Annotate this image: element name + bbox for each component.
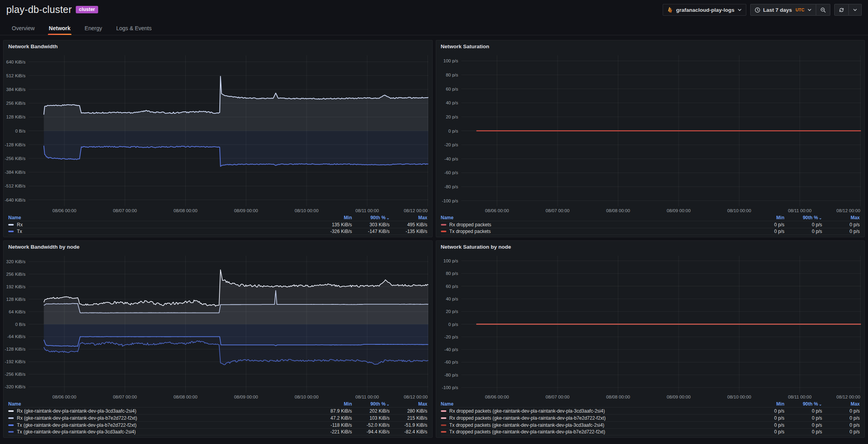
legend-name-column-header[interactable]: Name	[441, 401, 747, 407]
legend-series-name[interactable]: Tx dropped packets (gke-raintank-dev-pla…	[441, 422, 747, 428]
sort-desc-icon: ⌄	[819, 216, 822, 220]
refresh-interval-dropdown[interactable]	[849, 4, 862, 16]
legend-value: 87.9 KiB/s	[314, 408, 352, 414]
legend-series-swatch[interactable]	[8, 224, 14, 226]
legend-series-name[interactable]: Rx dropped packets (gke-raintank-dev-pla…	[441, 415, 747, 421]
tab-energy[interactable]: Energy	[79, 22, 108, 35]
tab-network[interactable]: Network	[43, 22, 76, 35]
legend-column-header[interactable]: Min	[747, 215, 784, 220]
x-axis-label: 08/10 00:00	[727, 395, 751, 399]
chart-svg[interactable]: 100 p/s80 p/s60 p/s40 p/s20 p/s0 p/s-20 …	[436, 51, 865, 214]
legend-row: Tx-326 KiB/s-147 KiB/s-135 KiB/s	[8, 228, 428, 235]
refresh-button[interactable]	[834, 4, 849, 16]
legend-series-name[interactable]: Tx (gke-raintank-dev-pla-raintank-dev-pl…	[8, 422, 314, 428]
legend-header: NameMin90th %⌄Max	[441, 400, 860, 407]
legend-series-swatch[interactable]	[441, 231, 446, 232]
legend-series-name[interactable]: Rx (gke-raintank-dev-pla-raintank-dev-pl…	[8, 408, 314, 414]
legend-header: NameMin90th %⌄Max	[8, 400, 428, 407]
y-axis-label: 60 p/s	[446, 87, 458, 91]
legend-name-column-header[interactable]: Name	[8, 215, 314, 220]
y-axis-label: 100 p/s	[443, 58, 458, 63]
legend-column-header[interactable]: 90th %⌄	[352, 215, 390, 220]
legend-column-header[interactable]: Max	[390, 401, 428, 407]
legend-series-swatch[interactable]	[441, 424, 446, 426]
x-axis-label: 08/07 00:00	[545, 208, 569, 213]
x-axis-label: 08/10 00:00	[727, 208, 751, 213]
legend-value: 0 p/s	[747, 429, 784, 435]
y-axis-label: -64 KiB/s	[7, 334, 26, 339]
y-axis-label: -20 p/s	[444, 335, 458, 339]
legend-series-name[interactable]: Rx	[8, 222, 314, 227]
legend-value: 0 p/s	[822, 422, 860, 428]
time-range-picker[interactable]: Last 7 days UTC	[750, 4, 816, 16]
y-axis-label: 384 KiB/s	[6, 87, 26, 92]
y-axis-label: 320 KiB/s	[6, 259, 26, 264]
panel-title[interactable]: Network Bandwidth by node	[4, 241, 432, 252]
legend-series-name[interactable]: Tx dropped packets	[441, 229, 747, 234]
legend-series-swatch[interactable]	[8, 417, 14, 419]
tab-logs-events[interactable]: Logs & Events	[111, 22, 157, 35]
chart-canvas[interactable]: 320 KiB/s256 KiB/s192 KiB/s128 KiB/s64 K…	[4, 252, 432, 400]
legend-column-header[interactable]: 90th %⌄	[352, 401, 390, 407]
legend-series-swatch[interactable]	[8, 410, 14, 412]
legend-series-name[interactable]: Tx	[8, 229, 314, 234]
x-axis-label: 08/08 00:00	[606, 208, 630, 213]
cluster-tag-badge[interactable]: cluster	[76, 6, 98, 13]
legend-value: 0 p/s	[747, 415, 784, 421]
legend-column-header[interactable]: Min	[314, 215, 352, 220]
legend-row: Rx135 KiB/s303 KiB/s495 KiB/s	[8, 221, 428, 228]
tab-overview[interactable]: Overview	[6, 22, 40, 35]
legend-series-name[interactable]: Tx dropped packets (gke-raintank-dev-pla…	[441, 429, 747, 435]
x-axis-label: 08/11 00:00	[788, 208, 811, 213]
legend-column-header[interactable]: Min	[314, 401, 352, 407]
loki-logo-icon	[667, 7, 673, 13]
panel-title[interactable]: Network Bandwidth	[4, 40, 432, 51]
legend-series-swatch[interactable]	[441, 417, 446, 419]
y-axis-label: 128 KiB/s	[6, 297, 26, 302]
datasource-picker[interactable]: grafanacloud-play-logs	[663, 4, 746, 16]
legend-series-swatch[interactable]	[8, 431, 14, 433]
y-axis-label: 0 p/s	[448, 129, 458, 133]
x-axis-label: 08/10 00:00	[295, 395, 319, 399]
chart-canvas[interactable]: 100 p/s80 p/s60 p/s40 p/s20 p/s0 p/s-20 …	[436, 252, 865, 400]
legend-column-header[interactable]: Max	[390, 215, 428, 220]
y-axis-label: -40 p/s	[444, 347, 458, 352]
zoom-out-time-button[interactable]	[816, 4, 830, 16]
legend-column-header[interactable]: Max	[822, 215, 860, 220]
y-axis-label: 0 B/s	[15, 129, 26, 133]
x-axis-label: 08/06 00:00	[485, 208, 509, 213]
legend-column-header[interactable]: 90th %⌄	[784, 215, 822, 220]
legend-series-swatch[interactable]	[8, 231, 14, 232]
chart-svg[interactable]: 640 KiB/s512 KiB/s384 KiB/s256 KiB/s128 …	[4, 51, 432, 214]
y-axis-label: 128 KiB/s	[6, 115, 26, 119]
panel-title[interactable]: Network Saturation	[436, 40, 865, 51]
panel-title[interactable]: Network Saturation by node	[436, 241, 865, 252]
legend-series-swatch[interactable]	[441, 224, 446, 226]
chart-canvas[interactable]: 100 p/s80 p/s60 p/s40 p/s20 p/s0 p/s-20 …	[436, 51, 865, 214]
y-axis-label: 60 p/s	[446, 284, 458, 289]
chart-svg[interactable]: 100 p/s80 p/s60 p/s40 p/s20 p/s0 p/s-20 …	[436, 252, 865, 400]
chevron-down-icon	[853, 7, 857, 12]
legend-column-header[interactable]: 90th %⌄	[784, 401, 822, 407]
legend-row: Tx dropped packets (gke-raintank-dev-pla…	[441, 421, 860, 428]
legend-name-column-header[interactable]: Name	[8, 401, 314, 407]
legend-value: 215 KiB/s	[390, 415, 428, 421]
legend-series-name[interactable]: Rx dropped packets (gke-raintank-dev-pla…	[441, 408, 747, 414]
legend-series-name[interactable]: Rx dropped packets	[441, 222, 747, 227]
dashboard-title: play-db-cluster	[6, 4, 72, 15]
legend-series-swatch[interactable]	[8, 424, 14, 426]
legend-series-name[interactable]: Rx (gke-raintank-dev-pla-raintank-dev-pl…	[8, 415, 314, 421]
legend-series-name[interactable]: Tx (gke-raintank-dev-pla-raintank-dev-pl…	[8, 429, 314, 435]
legend-series-swatch[interactable]	[441, 431, 446, 433]
chart-svg[interactable]: 320 KiB/s256 KiB/s192 KiB/s128 KiB/s64 K…	[4, 252, 432, 400]
legend-column-header[interactable]: Min	[747, 401, 784, 407]
chart-canvas[interactable]: 640 KiB/s512 KiB/s384 KiB/s256 KiB/s128 …	[4, 51, 432, 214]
legend-column-header[interactable]: Max	[822, 401, 860, 407]
legend-series-swatch[interactable]	[441, 410, 446, 412]
y-axis-label: 80 p/s	[446, 271, 458, 276]
legend-name-column-header[interactable]: Name	[441, 215, 747, 220]
x-axis-label: 08/06 00:00	[485, 395, 509, 399]
datasource-label: grafanacloud-play-logs	[676, 7, 735, 13]
clock-icon	[755, 7, 760, 13]
legend: NameMin90th %⌄MaxRx dropped packets0 p/s…	[436, 214, 865, 237]
